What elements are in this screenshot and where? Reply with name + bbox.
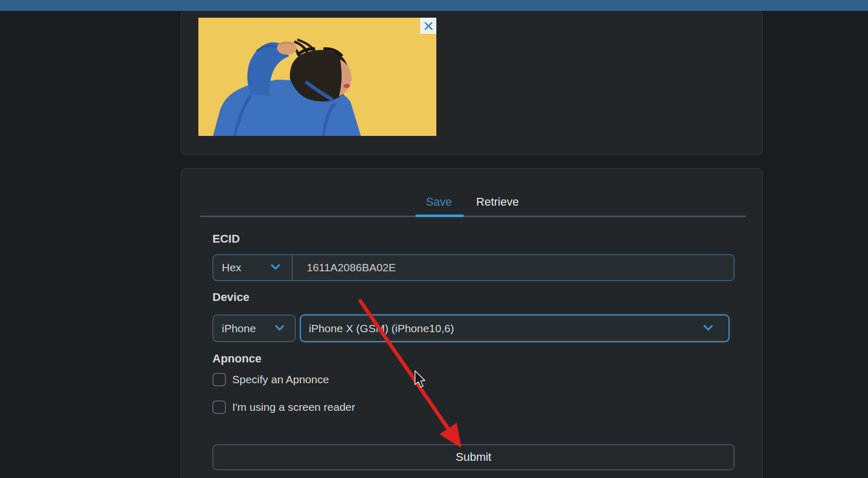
page: Save Retrieve ECID Hex 1611A2086BA02E De… <box>0 0 868 478</box>
close-icon <box>424 21 433 31</box>
tab-save[interactable]: Save <box>418 195 460 211</box>
shsh-form-card: Save Retrieve ECID Hex 1611A2086BA02E De… <box>181 168 763 478</box>
ecid-format-value: Hex <box>222 261 241 274</box>
chevron-down-icon <box>275 325 284 331</box>
chevron-down-icon <box>271 264 280 270</box>
ecid-format-select[interactable]: Hex <box>213 255 293 280</box>
device-label: Device <box>212 291 249 304</box>
ecid-label: ECID <box>212 232 240 246</box>
ecid-input[interactable]: 1611A2086BA02E <box>293 255 734 280</box>
ecid-input-group: Hex 1611A2086BA02E <box>212 254 735 281</box>
device-model-select[interactable]: iPhone X (GSM) (iPhone10,6) <box>300 315 729 342</box>
screen-reader-checkbox[interactable] <box>212 400 226 414</box>
ad-photo <box>198 18 436 136</box>
tab-retrieve[interactable]: Retrieve <box>468 195 527 211</box>
specify-apnonce-option-label: Specify an Apnonce <box>232 373 329 386</box>
device-type-value: iPhone <box>222 322 256 335</box>
top-navigation-bar[interactable] <box>0 0 868 11</box>
tabs-divider <box>200 216 746 217</box>
specify-apnonce-option[interactable]: Specify an Apnonce <box>212 373 329 386</box>
specify-apnonce-checkbox[interactable] <box>212 373 226 386</box>
apnonce-label: Apnonce <box>212 352 261 366</box>
ad-banner[interactable] <box>198 18 436 136</box>
submit-button[interactable]: Submit <box>212 444 735 470</box>
chevron-down-icon <box>703 325 713 331</box>
ad-close-button[interactable] <box>420 18 436 34</box>
ad-card <box>181 11 763 155</box>
ecid-value: 1611A2086BA02E <box>307 261 396 274</box>
screen-reader-option-label: I'm using a screen reader <box>232 401 355 413</box>
screen-reader-option[interactable]: I'm using a screen reader <box>212 400 355 414</box>
active-tab-indicator <box>416 215 464 217</box>
device-type-select[interactable]: iPhone <box>212 315 296 342</box>
device-model-value: iPhone X (GSM) (iPhone10,6) <box>309 322 454 335</box>
